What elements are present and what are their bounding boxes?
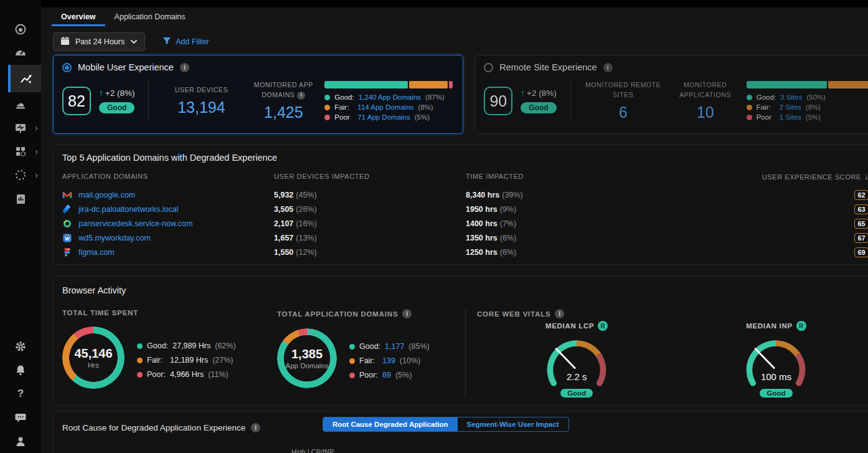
domain-link[interactable]: panservicedesk.service-now.com (62, 219, 274, 229)
table-row[interactable]: wd5.myworkday.com 1,657(13%) 1350 hrs(6%… (54, 231, 868, 245)
poor-dot-icon (324, 115, 330, 120)
sidebar-item-device-monitor-icon[interactable]: › (0, 116, 41, 140)
good-bar-segment (747, 81, 828, 88)
info-icon[interactable]: i (180, 63, 189, 72)
sidebar-item-processes-icon[interactable]: › (0, 163, 41, 187)
poor-dot-icon (349, 373, 355, 378)
legend-row-good: Good:1,177(85%) (349, 342, 430, 351)
legend-row-good: Good:3 Sites(50%) (747, 93, 868, 101)
fair-dot-icon (137, 358, 143, 363)
status-badge: Good (99, 102, 134, 113)
median-lcp-gauge: MEDIAN LCPR 2.2 s Good (477, 321, 676, 398)
sidebar-item-monitor-hub-icon[interactable] (0, 17, 41, 41)
remote-site-experience-card[interactable]: Remote Site Experience i 90 ↑+2 (8%) Goo… (474, 55, 868, 134)
mobile-user-experience-card[interactable]: Mobile User Experience i 82 ↑+2 (8%) Goo… (53, 55, 463, 134)
legend-value-link[interactable]: 114 App Domains (357, 103, 413, 111)
domain-link[interactable]: figma.com (62, 247, 274, 257)
feedback-chat-icon[interactable] (0, 406, 41, 429)
chevron-right-icon: › (35, 123, 38, 132)
divider (570, 80, 571, 122)
legend-value-link[interactable]: 1,240 App Domains (359, 93, 421, 101)
time-range-label: Past 24 Hours (75, 37, 125, 46)
good-dot-icon (137, 343, 143, 349)
calendar-icon (60, 36, 70, 47)
table-row[interactable]: figma.com 1,550(12%) 1250 hrs(6%) 69 (54, 245, 868, 259)
toggle-root-cause-degraded-application[interactable]: Root Cause Degraded Application (323, 417, 458, 431)
toggle-segment-wise-user-impact[interactable]: Segment-Wise User Impact (458, 417, 568, 431)
add-filter-button[interactable]: Add Filter (163, 37, 209, 47)
distribution-bar (324, 81, 453, 88)
poor-bar-segment (449, 81, 453, 88)
top5-degraded-domains-panel: Top 5 Application Domains with Degraded … (53, 145, 868, 265)
good-dot-icon (747, 95, 752, 100)
fair-bar-segment (828, 81, 868, 88)
profile-avatar-icon[interactable] (0, 429, 41, 453)
tab-application-domains[interactable]: Application Domains (105, 7, 195, 26)
info-icon[interactable]: i (402, 309, 412, 318)
table-row[interactable]: mail.google.com 5,932(45%) 8,340 hrs(39%… (54, 188, 868, 202)
total-time-spent-section: TOTAL TIME SPENT 45,146Hrs Good:27,989 H… (62, 309, 277, 398)
table-row[interactable]: jira-dc.paloaltonetworks.local 3,505(26%… (54, 202, 868, 216)
table-row[interactable]: panservicedesk.service-now.com 2,107(16%… (54, 216, 868, 231)
legend-value-link[interactable]: 71 App Domains (357, 113, 410, 121)
app-window: › › › ? (0, 0, 868, 453)
domain-link[interactable]: wd5.myworkday.com (62, 233, 274, 243)
sort-desc-icon[interactable]: ↓ (864, 173, 868, 181)
metric-value: 10 (667, 103, 744, 122)
score-trend: ↑+2 (8%) (99, 88, 134, 98)
legend-value-link[interactable]: 3 Sites (780, 93, 802, 101)
sidebar-item-reports-icon[interactable] (0, 187, 41, 211)
metric-monitored-remote-sites: MONITORED REMOTE SITES 6 (585, 80, 662, 122)
browser-activity-panel: Browser Activity TOTAL TIME SPENT 45,146… (53, 276, 868, 406)
domain-link[interactable]: jira-dc.paloaltonetworks.local (62, 204, 274, 214)
section-label: TOTAL APPLICATION DOMAINSi (277, 309, 465, 318)
fair-bar-segment (409, 81, 448, 88)
sidebar-item-alerts-icon[interactable] (0, 92, 41, 116)
info-icon[interactable]: i (603, 63, 613, 72)
add-filter-label: Add Filter (176, 37, 209, 46)
experience-score-box: 90 (484, 87, 512, 115)
legend-row-poor: Poor:4,966 Hrs(11%) (137, 370, 236, 379)
settings-gear-icon[interactable] (0, 335, 41, 358)
info-icon[interactable]: i (555, 309, 564, 318)
app-domains-donut-chart: 1,385App Domains (277, 328, 337, 388)
rum-badge-icon: R (796, 321, 806, 331)
metric-monitored-applications: MONITORED APPLICATIONS 10 (667, 80, 744, 122)
score-chip: 62 (854, 190, 868, 200)
distribution: Good:3 Sites(50%) Fair:2 Sites(8%) Poor1… (747, 81, 868, 121)
status-badge: Good (760, 389, 792, 398)
domain-link[interactable]: mail.google.com (62, 190, 274, 200)
legend-value-link[interactable]: 2 Sites (780, 103, 801, 111)
time-range-dropdown[interactable]: Past 24 Hours (53, 32, 145, 51)
main-content: Overview Application Domains Past 24 Hou… (41, 0, 868, 453)
divider (148, 80, 149, 122)
gmail-icon (62, 190, 72, 200)
score-trend: ↑+2 (8%) (521, 88, 556, 98)
info-icon[interactable]: i (297, 92, 305, 100)
info-icon[interactable]: i (251, 423, 260, 432)
help-icon[interactable]: ? (0, 382, 41, 406)
partial-chart-label: High LCP/INP (291, 448, 334, 453)
gauge-value: 100 ms (740, 371, 812, 382)
status-badge: Good (521, 102, 556, 113)
mobile-experience-radio[interactable] (62, 63, 72, 72)
legend-row-poor: Poor71 App Domains(5%) (324, 113, 453, 121)
tab-overview[interactable]: Overview (52, 7, 105, 26)
legend-row-poor: Poor:69(5%) (349, 371, 430, 379)
legend-value-link[interactable]: 69 (382, 371, 391, 379)
legend-value-link[interactable]: 1 Sites (780, 113, 801, 121)
distribution-bar (747, 81, 868, 88)
sidebar-item-experience-insights-icon[interactable] (8, 65, 41, 92)
legend-value-link[interactable]: 1,177 (385, 342, 404, 351)
chevron-right-icon: › (35, 147, 38, 156)
sidebar-bottom: ? (0, 335, 41, 453)
legend-value-link[interactable]: 139 (382, 356, 395, 365)
notifications-bell-icon[interactable] (0, 358, 41, 382)
legend-row-good: Good:1,240 App Domains(87%) (324, 93, 453, 101)
time-spent-donut-chart: 45,146Hrs (62, 327, 125, 389)
sidebar-item-dashboard-icon[interactable] (0, 41, 41, 65)
metric-value: 6 (585, 103, 662, 122)
fair-dot-icon (747, 105, 752, 110)
sidebar-item-applications-icon[interactable]: › (0, 140, 41, 163)
remote-experience-radio[interactable] (484, 63, 493, 72)
